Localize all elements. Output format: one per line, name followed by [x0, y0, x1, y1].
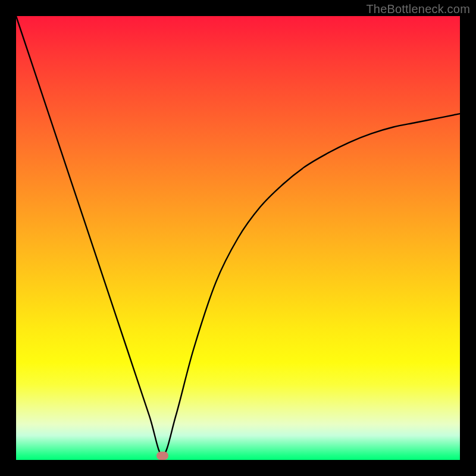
watermark-text: TheBottleneck.com: [366, 2, 470, 16]
plot-area: [16, 16, 460, 460]
bottleneck-curve: [16, 16, 460, 460]
curve-path: [16, 16, 460, 456]
minimum-marker: [156, 452, 168, 460]
